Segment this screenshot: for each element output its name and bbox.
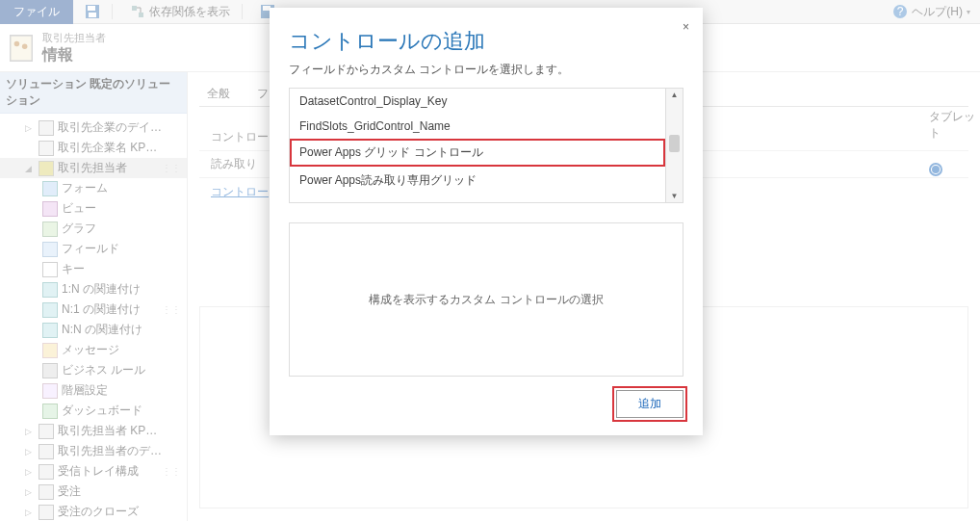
scroll-up-icon: ▲ [666, 91, 683, 99]
close-button[interactable]: × [675, 13, 697, 38]
modal-title: コントロールの追加 [289, 27, 683, 56]
list-item[interactable]: Power Apps読み取り専用グリッド [290, 167, 665, 195]
scroll-thumb[interactable] [669, 135, 680, 152]
modal-subtitle: フィールドからカスタム コントロールを選択します。 [289, 62, 683, 78]
list-item-highlighted[interactable]: Power Apps グリッド コントロール [290, 139, 665, 167]
close-icon: × [683, 20, 689, 34]
control-preview: 構成を表示するカスタム コントロールの選択 [289, 222, 683, 377]
listbox-scrollbar[interactable]: ▲ ▼ [665, 89, 683, 202]
add-control-modal: × コントロールの追加 フィールドからカスタム コントロールを選択します。 Da… [270, 8, 703, 435]
control-listbox: DatasetControl_Display_Key FindSlots_Gri… [289, 88, 683, 203]
list-item[interactable]: DatasetControl_Display_Key [290, 89, 665, 114]
preview-message: 構成を表示するカスタム コントロールの選択 [369, 292, 603, 308]
list-item[interactable]: FindSlots_GridControl_Name [290, 114, 665, 139]
scroll-down-icon: ▼ [666, 192, 683, 200]
add-button[interactable]: 追加 [616, 390, 683, 418]
